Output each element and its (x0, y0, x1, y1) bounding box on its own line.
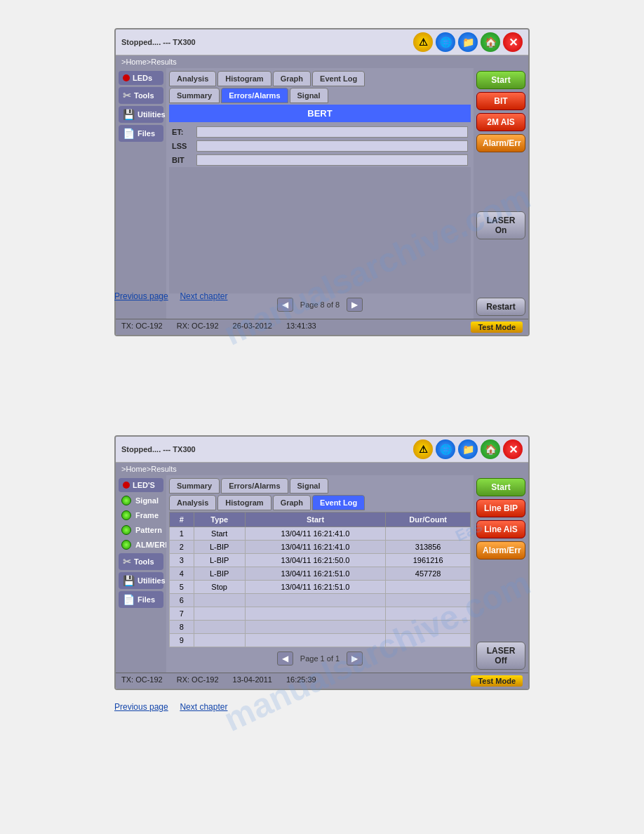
warning-icon-2[interactable]: ⚠ (413, 439, 433, 459)
bit-value (196, 154, 468, 166)
home-icon[interactable]: 🏠 (481, 32, 500, 52)
utilities-icon: 💾 (123, 109, 135, 120)
sidebar-item-tools[interactable]: ✂ Tools (119, 87, 163, 104)
table-row: 7 (170, 607, 471, 621)
tab-errors-2[interactable]: Errors/Alarms (221, 478, 288, 494)
led-pattern: Pattern (119, 524, 163, 536)
tab-event-log[interactable]: Event Log (312, 71, 365, 86)
close-icon-2[interactable]: ✕ (503, 439, 523, 459)
sidebar-item-files[interactable]: 📄 Files (119, 125, 163, 142)
sidebar-utilities-label: Utilities (137, 110, 166, 119)
next-page-btn[interactable]: ▶ (347, 298, 363, 312)
start-button-2[interactable]: Start (476, 478, 525, 496)
tab-graph-2[interactable]: Graph (273, 495, 311, 510)
line-ais-button[interactable]: Line AiS (476, 520, 525, 538)
table-row: 3 L-BIP 13/04/11 16:21:50.0 1961216 (170, 554, 471, 567)
cell-num: 2 (170, 541, 194, 554)
link-prev-2[interactable]: Previous page (114, 702, 168, 712)
alarm-err-button-1[interactable]: Alarm/Err (476, 134, 525, 152)
col-type: Type (194, 512, 245, 527)
sidebar-item-utilities[interactable]: 💾 Utilities (119, 106, 163, 123)
led-frame-label: Frame (135, 511, 159, 519)
tab-histogram-2[interactable]: Histogram (217, 495, 271, 510)
link-prev-1[interactable]: Previous page (114, 291, 168, 301)
tab-analysis[interactable]: Analysis (169, 71, 216, 86)
title-icons-1: ⚠ 🌐 📁 🏠 ✕ (413, 32, 523, 52)
led-almerr-label: ALM/ERR (135, 541, 170, 549)
bit-label: BIT (172, 156, 196, 164)
cell-start (245, 634, 385, 647)
status-bar-1: TX: OC-192 RX: OC-192 26-03-2012 13:41:3… (116, 319, 528, 335)
cell-dur (386, 581, 471, 594)
cell-num: 1 (170, 527, 194, 541)
cell-start (245, 607, 385, 621)
sidebar-item-tools-2[interactable]: ✂ Tools (119, 553, 163, 570)
title-bar-1: Stopped.... --- TX300 ⚠ 🌐 📁 🏠 ✕ (116, 29, 528, 55)
title-bar-2: Stopped.... --- TX300 ⚠ 🌐 📁 🏠 ✕ (116, 437, 528, 463)
cell-dur (386, 634, 471, 647)
start-button-1[interactable]: Start (476, 71, 525, 89)
home-icon-2[interactable]: 🏠 (481, 439, 500, 459)
tabs-row-2: Summary Errors/Alarms Signal (169, 88, 471, 103)
cell-num: 8 (170, 621, 194, 634)
folder-icon-2[interactable]: 📁 (458, 439, 478, 459)
restart-button[interactable]: Restart (476, 298, 525, 316)
led-dot-red (123, 74, 130, 81)
sidebar-item-leds[interactable]: LEDs (119, 71, 163, 85)
table-row: 2 L-BIP 13/04/11 16:21:41.0 313856 (170, 541, 471, 554)
sidebar-item-files-2[interactable]: 📄 Files (119, 591, 163, 608)
close-icon[interactable]: ✕ (503, 32, 523, 52)
breadcrumb-1: >Home>Results (116, 55, 528, 68)
tab-event-log-2[interactable]: Event Log (312, 495, 365, 510)
tab-analysis-2[interactable]: Analysis (169, 495, 216, 510)
globe-icon[interactable]: 🌐 (436, 32, 455, 52)
sidebar-item-utilities-2[interactable]: 💾 Utilities (119, 572, 163, 589)
table-row: 1 Start 13/04/11 16:21:41.0 (170, 527, 471, 541)
bit-button[interactable]: BIT (476, 92, 525, 110)
tab-summary[interactable]: Summary (169, 88, 220, 103)
folder-icon[interactable]: 📁 (458, 32, 478, 52)
cell-type: Stop (194, 581, 245, 594)
led-frame-dot (121, 510, 131, 520)
cell-type (194, 594, 245, 607)
cell-start: 13/04/11 16:21:50.0 (245, 554, 385, 567)
prev-page-btn-2[interactable]: ◀ (277, 651, 293, 666)
breadcrumb-2: >Home>Results (116, 463, 528, 475)
alarm-err-button-2[interactable]: Alarm/Err (476, 541, 525, 560)
col-start: Start (245, 512, 385, 527)
sidebar-item-leds-2[interactable]: LED'S (119, 478, 163, 492)
laser-off-button[interactable]: LASER Off (476, 642, 525, 670)
pagination-2: ◀ Page 1 of 1 ▶ (169, 647, 471, 670)
sidebar-tools-label-2: Tools (134, 557, 154, 566)
2m-ais-button[interactable]: 2M AIS (476, 113, 525, 131)
tab-signal-2[interactable]: Signal (290, 478, 328, 494)
cell-dur (386, 621, 471, 634)
lss-label: LSS (172, 142, 196, 150)
globe-icon-2[interactable]: 🌐 (436, 439, 455, 459)
date-status-2: 13-04-2011 (233, 675, 272, 687)
rx-status-2: RX: OC-192 (177, 675, 219, 687)
prev-page-btn[interactable]: ◀ (277, 298, 293, 312)
link-next-2[interactable]: Next chapter (180, 702, 227, 712)
tab-errors-alarms[interactable]: Errors/Alarms (221, 88, 288, 103)
tab-histogram[interactable]: Histogram (217, 71, 271, 86)
tabs-row-1: Analysis Histogram Graph Event Log (169, 71, 471, 86)
tab-summary-2[interactable]: Summary (169, 478, 220, 494)
warning-icon[interactable]: ⚠ (413, 32, 433, 52)
title-icons-2: ⚠ 🌐 📁 🏠 ✕ (413, 439, 523, 459)
line-bip-button[interactable]: Line BIP (476, 499, 525, 517)
led-frame: Frame (119, 509, 163, 522)
files-icon: 📄 (123, 128, 135, 139)
link-next-1[interactable]: Next chapter (180, 291, 227, 301)
tab-graph[interactable]: Graph (273, 71, 311, 86)
led-signal-dot (121, 496, 131, 505)
sidebar-2: LED'S Signal Frame Pattern ALM/E (116, 475, 166, 673)
tab-signal[interactable]: Signal (290, 88, 328, 103)
content-area-1: Analysis Histogram Graph Event Log Summa… (166, 68, 474, 319)
page-text-between: Previous page Next chapter (114, 291, 227, 301)
tools-icon-2: ✂ (123, 556, 131, 567)
cell-start: 13/04/11 16:21:51.0 (245, 581, 385, 594)
laser-on-button[interactable]: LASER On (476, 211, 525, 239)
sidebar-leds-label: LEDs (133, 74, 152, 82)
next-page-btn-2[interactable]: ▶ (347, 651, 363, 666)
